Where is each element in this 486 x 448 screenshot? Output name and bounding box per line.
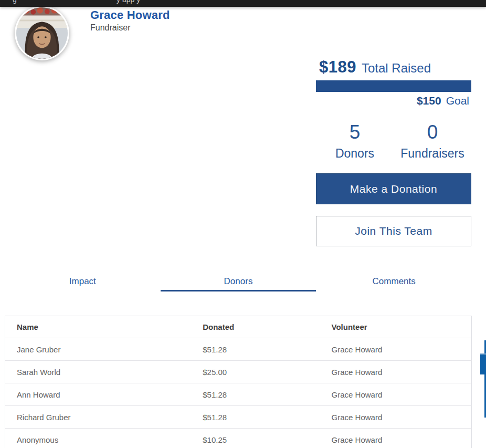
goal-amount: $150 [417, 95, 441, 107]
tab-comments[interactable]: Comments [316, 273, 472, 291]
goal-progress-fill [316, 80, 471, 92]
fundraisers-label: Fundraisers [394, 147, 471, 161]
donor-name: Anonymous [5, 429, 192, 448]
avatar [15, 6, 69, 60]
goal-label: Goal [446, 95, 469, 107]
donated-amount: $25.00 [191, 361, 320, 383]
donated-amount: $10.25 [191, 429, 320, 448]
donors-table: Name Donated Volunteer Jane Gruber $51.2… [5, 316, 472, 448]
total-raised-amount: $189 [319, 58, 356, 77]
make-a-donation-button[interactable]: Make a Donation [316, 173, 471, 204]
column-header-volunteer: Volunteer [320, 316, 472, 338]
donated-amount: $51.28 [191, 406, 320, 429]
join-this-team-button[interactable]: Join This Team [316, 216, 471, 246]
column-header-donated: Donated [191, 316, 320, 338]
volunteer-name: Grace Howard [320, 406, 472, 429]
table-row: Richard Gruber $51.28 Grace Howard [5, 406, 472, 429]
donor-name: Ann Howard [5, 383, 192, 406]
tab-donors[interactable]: Donors [161, 273, 316, 291]
profile-photo-illustration [16, 7, 68, 59]
donor-name: Richard Gruber [5, 406, 192, 429]
volunteer-name: Grace Howard [320, 361, 472, 383]
total-raised-label: Total Raised [362, 61, 431, 76]
content-tabs: Impact Donors Comments [5, 273, 472, 291]
table-header-row: Name Donated Volunteer [5, 316, 472, 338]
donors-count: 5 [316, 122, 394, 143]
volunteer-name: Grace Howard [320, 383, 472, 406]
table-row: Sarah World $25.00 Grace Howard [5, 361, 472, 383]
table-row: Jane Gruber $51.28 Grace Howard [5, 338, 472, 361]
stat-fundraisers: 0 Fundraisers [394, 122, 471, 161]
clipped-text-fragment: y app y [117, 0, 140, 4]
fundraisers-count: 0 [394, 122, 471, 143]
donated-amount: $51.28 [191, 383, 320, 406]
donor-name: Jane Gruber [5, 338, 192, 361]
donor-name: Sarah World [5, 361, 192, 383]
goal-progress-bar [316, 80, 471, 92]
page-title-fundraiser-name[interactable]: Grace Howard [90, 8, 170, 22]
stats-row: 5 Donors 0 Fundraisers [316, 122, 471, 161]
volunteer-name: Grace Howard [320, 429, 472, 448]
goal-line: $150 Goal [417, 95, 469, 107]
column-header-name: Name [5, 316, 192, 338]
clipped-text-fragment: g [13, 0, 17, 4]
fundraiser-role-label: Fundraiser [90, 23, 130, 33]
total-raised-line: $189 Total Raised [319, 58, 471, 77]
donated-amount: $51.28 [191, 338, 320, 361]
top-browser-bar: g y app y [0, 0, 486, 7]
partially-visible-side-widget-button[interactable] [480, 353, 486, 374]
donors-label: Donors [316, 147, 394, 161]
tab-impact[interactable]: Impact [5, 273, 161, 291]
volunteer-name: Grace Howard [320, 338, 472, 361]
table-row: Anonymous $10.25 Grace Howard [5, 429, 472, 448]
table-row: Ann Howard $51.28 Grace Howard [5, 383, 472, 406]
stat-donors: 5 Donors [316, 122, 394, 161]
donors-table-container: Name Donated Volunteer Jane Gruber $51.2… [5, 316, 472, 448]
